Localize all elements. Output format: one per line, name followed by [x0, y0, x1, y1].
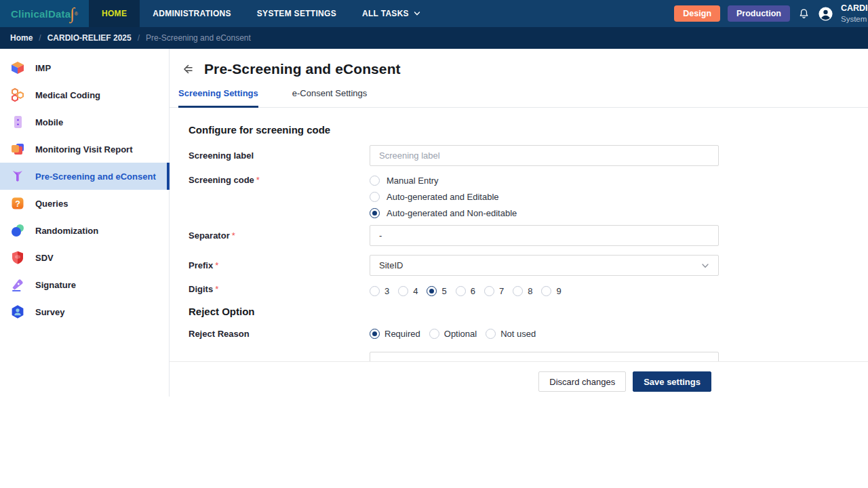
pen-icon — [9, 277, 26, 293]
shield-icon — [9, 249, 26, 266]
sidebar-item-randomization[interactable]: Randomization — [0, 217, 169, 244]
user-study-name: CARDIO — [841, 3, 868, 14]
required-asterisk: * — [232, 230, 235, 241]
breadcrumb-home[interactable]: Home — [10, 33, 33, 43]
radio-label: Auto-generated and Non-editable — [387, 208, 517, 218]
chevron-down-icon — [414, 10, 420, 17]
radio-label: 9 — [556, 286, 561, 296]
radio-label: Optional — [444, 329, 477, 339]
sidebar-item-pre-screening-and-econsent[interactable]: Pre-Screening and eConsent — [0, 163, 169, 190]
breadcrumb-current-page: Pre-Screening and eConsent — [146, 33, 251, 43]
breadcrumb-separator: / — [39, 33, 41, 43]
reject-reason-label: Reject Reason — [189, 329, 370, 339]
layers-icon — [9, 141, 26, 157]
form-footer: Discard changes Save settings — [170, 361, 868, 392]
prefix-selected-value: SiteID — [379, 260, 403, 270]
digit-radio-6[interactable] — [456, 286, 466, 296]
production-button[interactable]: Production — [728, 5, 790, 22]
discard-changes-button[interactable]: Discard changes — [538, 371, 626, 392]
brand-logo[interactable]: ClinicalData∫® — [0, 0, 89, 27]
tab-econsent-settings[interactable]: e-Consent Settings — [292, 88, 368, 107]
radio-label: Manual Entry — [387, 176, 439, 186]
notification-bell-icon[interactable] — [797, 7, 810, 20]
digit-radio-5[interactable] — [427, 286, 437, 296]
tab-bar: Screening Settings e-Consent Settings — [170, 88, 868, 108]
nav-item-administrations[interactable]: ADMINISTRATIONS — [140, 0, 244, 27]
screening-code-label: Screening code* — [189, 175, 370, 185]
digits-label: Digits* — [189, 284, 370, 294]
radio-label: 8 — [528, 286, 532, 296]
screening-label-input[interactable] — [370, 145, 719, 166]
sidebar-item-signature[interactable]: Signature — [0, 271, 169, 298]
sidebar-item-medical-coding[interactable]: Medical Coding — [0, 81, 169, 108]
page-title: Pre-Screening and eConsent — [204, 61, 401, 77]
sidebar-item-survey[interactable]: Survey — [0, 298, 169, 325]
separator-input[interactable] — [370, 225, 719, 246]
digit-radio-4[interactable] — [398, 286, 408, 296]
circles-icon — [9, 222, 26, 239]
design-button[interactable]: Design — [674, 5, 720, 22]
breadcrumb: Home / CARDIO-RELIEF 2025 / Pre-Screenin… — [0, 27, 868, 49]
brand-integral-icon: ∫ — [70, 7, 75, 20]
radio-label: 4 — [413, 286, 418, 296]
sidebar-item-monitoring-visit-report[interactable]: Monitoring Visit Report — [0, 136, 169, 163]
cube-icon — [9, 60, 26, 76]
radio-label: Not used — [500, 329, 536, 339]
back-button[interactable] — [180, 61, 197, 77]
clipped-next-input[interactable] — [370, 352, 719, 361]
sidebar: IMP Medical Coding Mobile Monitoring Vis… — [0, 49, 170, 396]
reject-radio-optional[interactable] — [429, 329, 439, 339]
radio-label: Required — [384, 329, 420, 339]
sidebar-item-imp[interactable]: IMP — [0, 54, 169, 81]
sidebar-item-sdv[interactable]: SDV — [0, 244, 169, 271]
screening-code-radio-group: Manual Entry Auto-generated and Editable… — [370, 175, 517, 218]
screening-label-label: Screening label — [189, 145, 370, 161]
chevron-down-icon — [701, 262, 709, 270]
nav-item-all-tasks[interactable]: ALL TASKS — [349, 0, 433, 27]
reject-radio-required[interactable] — [370, 329, 380, 339]
required-asterisk: * — [215, 284, 218, 294]
nav-item-system-settings[interactable]: SYSTEM SETTINGS — [244, 0, 349, 27]
required-asterisk: * — [215, 260, 218, 270]
sidebar-item-mobile[interactable]: Mobile — [0, 108, 169, 136]
separator-label: Separator* — [189, 225, 370, 241]
breadcrumb-study[interactable]: CARDIO-RELIEF 2025 — [47, 33, 132, 43]
sidebar-item-queries[interactable]: ? Queries — [0, 190, 169, 217]
digit-radio-7[interactable] — [484, 286, 494, 296]
reject-reason-radio-group: Required Optional Not used — [370, 329, 536, 339]
settings-form: Configure for screening code Screening l… — [170, 108, 868, 361]
user-role: System — [841, 14, 868, 24]
svg-text:?: ? — [15, 199, 20, 209]
digit-radio-8[interactable] — [513, 286, 523, 296]
radio-label: Auto-generated and Editable — [387, 192, 499, 202]
hexagons-icon — [9, 87, 26, 103]
radio-auto-generated-editable[interactable] — [370, 192, 380, 202]
radio-auto-generated-non-editable[interactable] — [370, 208, 380, 218]
breadcrumb-separator: / — [138, 33, 140, 43]
brand-name: ClinicalData — [11, 8, 71, 20]
question-icon: ? — [9, 195, 26, 211]
radio-label: 3 — [384, 286, 389, 296]
digit-radio-9[interactable] — [541, 286, 551, 296]
section-heading-reject-option: Reject Option — [189, 306, 868, 317]
funnel-icon — [9, 168, 26, 184]
tab-screening-settings[interactable]: Screening Settings — [178, 88, 258, 108]
main-content: Pre-Screening and eConsent Screening Set… — [170, 49, 868, 396]
radio-label: 5 — [441, 286, 446, 296]
prefix-select[interactable]: SiteID — [370, 255, 719, 276]
user-info[interactable]: CARDIO System — [841, 3, 868, 24]
digits-radio-group: 3 4 5 6 7 8 9 — [370, 284, 561, 296]
reject-radio-not-used[interactable] — [486, 329, 496, 339]
person-hexagon-icon — [9, 304, 26, 320]
required-asterisk: * — [256, 175, 260, 185]
digit-radio-3[interactable] — [370, 286, 380, 296]
user-avatar[interactable] — [818, 6, 833, 22]
registered-mark: ® — [75, 12, 78, 16]
save-settings-button[interactable]: Save settings — [633, 371, 711, 392]
radio-label: 6 — [471, 286, 475, 296]
nav-item-home[interactable]: HOME — [89, 0, 140, 27]
radio-manual-entry[interactable] — [370, 176, 380, 186]
radio-label: 7 — [499, 286, 504, 296]
top-navbar: ClinicalData∫® HOME ADMINISTRATIONS SYST… — [0, 0, 868, 27]
mobile-icon — [9, 114, 26, 130]
